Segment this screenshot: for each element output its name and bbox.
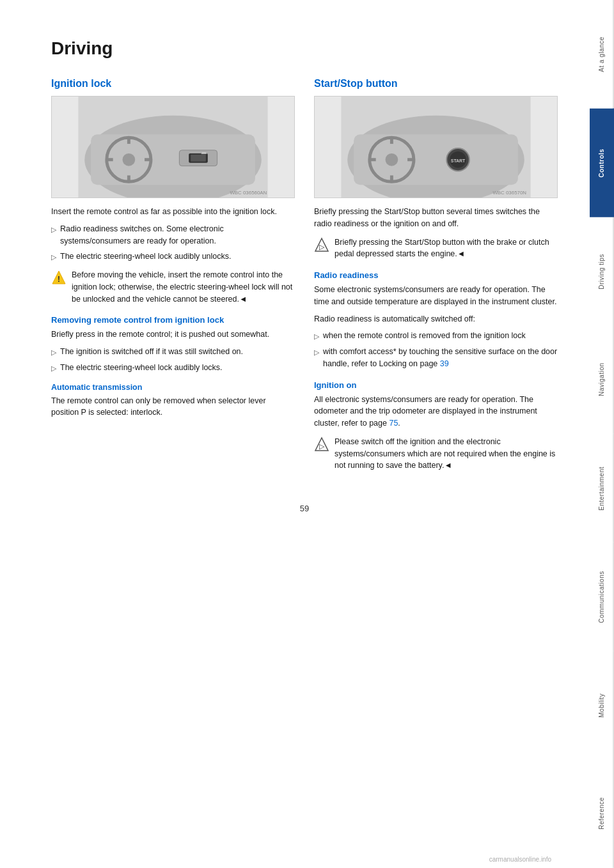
warning-box: ! Before moving the vehicle, insert the … xyxy=(51,269,295,305)
svg-text:START: START xyxy=(451,159,466,163)
locking-page-link[interactable]: 39 xyxy=(440,359,449,368)
svg-text:!: ! xyxy=(58,274,60,284)
page-number: 59 xyxy=(51,504,558,513)
svg-text:▷: ▷ xyxy=(319,442,325,450)
sidebar-tab-driving-tips[interactable]: Driving tips xyxy=(590,217,614,326)
radio-readiness-title: Radio readiness xyxy=(314,270,558,280)
ignition-on-text: All electronic systems/consumers are rea… xyxy=(314,394,558,430)
svg-text:▷: ▷ xyxy=(319,243,325,251)
removing-remote-text: Briefly press in the remote control; it … xyxy=(51,329,295,341)
svg-rect-11 xyxy=(191,155,206,162)
ignition-bullet-1: ▷ Radio readiness switches on. Some elec… xyxy=(51,223,295,247)
ignition-page-link[interactable]: 75 xyxy=(389,419,398,428)
ignition-bullet-2: ▷ The electric steering-wheel lock audib… xyxy=(51,251,295,263)
sidebar-tab-entertainment[interactable]: Entertainment xyxy=(590,434,614,543)
sidebar-tab-reference[interactable]: Reference xyxy=(590,759,614,868)
ignition-on-title: Ignition on xyxy=(314,380,558,390)
removing-remote-title: Removing remote control from ignition lo… xyxy=(51,315,295,325)
removing-bullet-2: ▷ The electric steering-wheel lock audib… xyxy=(51,362,295,374)
svg-point-4 xyxy=(123,153,136,166)
note-triangle-icon: ▷ xyxy=(314,237,329,252)
radio-readiness-off: Radio readiness is automatically switche… xyxy=(314,313,558,325)
start-stop-title: Start/Stop button xyxy=(314,78,558,89)
note-triangle-icon-2: ▷ xyxy=(314,437,329,452)
page-title: Driving xyxy=(51,38,558,59)
start-stop-intro: Briefly pressing the Start/Stop button s… xyxy=(314,206,558,230)
note-box-2: ▷ Please switch off the ignition and the… xyxy=(314,436,558,472)
radio-bullet-1: ▷ when the remote control is removed fro… xyxy=(314,330,558,342)
main-content: Driving Ignition lock xyxy=(0,0,590,868)
sidebar: At a glance Controls Driving tips Naviga… xyxy=(590,0,614,868)
sidebar-tab-navigation[interactable]: Navigation xyxy=(590,325,614,434)
removing-bullet-1: ▷ The ignition is switched off if it was… xyxy=(51,346,295,358)
bullet-arrow-icon: ▷ xyxy=(314,331,319,342)
two-column-layout: Ignition lock xyxy=(51,78,558,478)
svg-text:WBC 036570N: WBC 036570N xyxy=(492,190,526,196)
sidebar-tab-controls[interactable]: Controls xyxy=(590,109,614,217)
automatic-transmission-title: Automatic transmission xyxy=(51,383,295,392)
bullet-arrow-icon: ▷ xyxy=(314,347,319,358)
ignition-lock-image: WBC 036560AN xyxy=(51,96,295,198)
svg-text:WBC 036560AN: WBC 036560AN xyxy=(230,190,267,196)
bullet-arrow-icon: ▷ xyxy=(51,347,56,358)
sidebar-tab-at-a-glance[interactable]: At a glance xyxy=(590,0,614,109)
note-box-1: ▷ Briefly pressing the Start/Stop button… xyxy=(314,236,558,261)
bullet-arrow-icon: ▷ xyxy=(51,252,56,263)
start-stop-image: START WBC 036570N xyxy=(314,96,558,198)
radio-readiness-intro: Some electronic systems/consumers are re… xyxy=(314,284,558,308)
watermark: carmanualsonline.info xyxy=(489,856,551,863)
svg-point-20 xyxy=(386,153,398,166)
ignition-intro: Insert the remote control as far as poss… xyxy=(51,206,295,218)
bullet-arrow-icon: ▷ xyxy=(51,363,56,374)
sidebar-tab-mobility[interactable]: Mobility xyxy=(590,651,614,760)
svg-rect-12 xyxy=(201,152,207,154)
sidebar-tab-communications[interactable]: Communications xyxy=(590,543,614,651)
automatic-transmission-text: The remote control can only be removed w… xyxy=(51,395,295,419)
right-column: Start/Stop button START xyxy=(314,78,558,478)
ignition-lock-title: Ignition lock xyxy=(51,78,295,89)
bullet-arrow-icon: ▷ xyxy=(51,224,56,235)
left-column: Ignition lock xyxy=(51,78,295,478)
radio-bullet-2: ▷ with comfort access* by touching the s… xyxy=(314,346,558,370)
warning-triangle-icon: ! xyxy=(51,270,67,285)
